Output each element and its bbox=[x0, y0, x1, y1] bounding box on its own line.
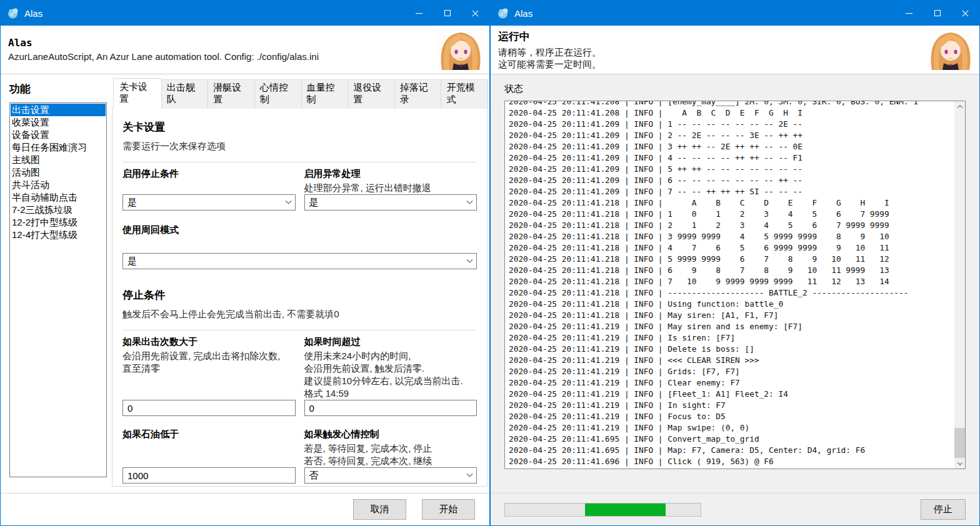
selected-value: 否 bbox=[309, 470, 319, 482]
chevron-down-icon bbox=[467, 197, 473, 204]
log-line: 2020-04-25 20:11:41.695 | INFO | Convert… bbox=[509, 434, 954, 445]
sidebar-item[interactable]: 收菜设置 bbox=[11, 116, 106, 129]
cancel-button[interactable]: 取消 bbox=[353, 499, 406, 520]
config-window: Alas Alas AzurLaneAutoScript, An Azur La… bbox=[0, 0, 490, 526]
sidebar-item[interactable]: 共斗活动 bbox=[11, 179, 106, 191]
start-button[interactable]: 开始 bbox=[422, 499, 475, 520]
log-line: 2020-04-25 20:11:41.218 | INFO | 2 1 2 3… bbox=[509, 220, 954, 231]
log-output[interactable]: 2020-04-25 20:11:41.208 | INFO | [enemy_… bbox=[504, 101, 966, 469]
if-emotion-select[interactable]: 否 bbox=[304, 467, 478, 484]
sidebar-item[interactable]: 出击设置 bbox=[11, 104, 106, 116]
log-line: 2020-04-25 20:11:41.218 | INFO | A B C D… bbox=[509, 197, 954, 209]
sidebar-item[interactable]: 半自动辅助点击 bbox=[11, 191, 106, 204]
tab[interactable]: 血量控制 bbox=[301, 79, 349, 109]
status-label: 状态 bbox=[504, 83, 966, 95]
field-desc: 处理部分异常, 运行出错时撤退 bbox=[304, 182, 478, 194]
sidebar-item[interactable]: 12-2打中型练级 bbox=[11, 216, 106, 229]
chevron-down-icon bbox=[285, 197, 291, 204]
tab[interactable]: 关卡设置 bbox=[113, 78, 162, 109]
close-icon bbox=[961, 9, 969, 17]
close-button[interactable] bbox=[951, 1, 979, 26]
field-label: 使用周回模式 bbox=[122, 224, 477, 238]
status-panel: 状态 2020-04-25 20:11:41.208 | INFO | [ene… bbox=[491, 74, 979, 493]
log-line: 2020-04-25 20:11:41.695 | INFO | Map: F7… bbox=[509, 445, 954, 456]
minimize-button[interactable] bbox=[405, 1, 433, 26]
sidebar-title: 功能 bbox=[9, 82, 107, 96]
scroll-down-button[interactable] bbox=[954, 458, 965, 469]
field-enable-exception: 启用异常处理 处理部分异常, 运行出错时撤退 是 bbox=[304, 168, 478, 211]
close-button[interactable] bbox=[461, 1, 489, 26]
sidebar-item[interactable]: 活动图 bbox=[11, 166, 106, 179]
tab[interactable]: 出击舰队 bbox=[161, 79, 209, 109]
enable-exception-select[interactable]: 是 bbox=[304, 194, 478, 211]
sidebar: 功能 出击设置 收菜设置 设备设置 每日任务困难演习 主线图 活动图 共斗活动 bbox=[1, 74, 112, 493]
field-label: 启用异常处理 bbox=[304, 168, 478, 182]
scroll-up-button[interactable] bbox=[954, 101, 965, 112]
log-scrollbar[interactable] bbox=[954, 101, 965, 469]
section-heading: 关卡设置 bbox=[122, 120, 477, 134]
divider bbox=[122, 162, 477, 162]
if-count-input[interactable] bbox=[122, 400, 296, 416]
chevron-down-icon bbox=[957, 460, 962, 465]
log-lines: 2020-04-25 20:11:41.208 | INFO | [enemy_… bbox=[509, 101, 954, 467]
minimize-button[interactable] bbox=[895, 1, 923, 26]
action-bar: 取消 开始 bbox=[1, 493, 489, 525]
field-desc: 使用未来24小时内的时间, 会沿用先前设置, 触发后清零. 建议提前10分钟左右… bbox=[304, 350, 478, 400]
tab[interactable]: 潜艇设置 bbox=[208, 79, 255, 109]
run-status-title: 运行中 bbox=[498, 29, 928, 44]
scrollbar-thumb[interactable] bbox=[954, 428, 965, 458]
sidebar-item[interactable]: 每日任务困难演习 bbox=[11, 141, 106, 154]
field-if-emotion: 如果触发心情控制 若是, 等待回复, 完成本次, 停止 若否, 等待回复, 完成… bbox=[304, 429, 478, 484]
log-line: 2020-04-25 20:11:41.218 | INFO | 6 9 8 7… bbox=[509, 265, 954, 276]
tab[interactable]: 开荒模式 bbox=[441, 79, 488, 109]
app-subtitle: AzurLaneAutoScript, An Azur Lane automat… bbox=[8, 51, 438, 62]
maximize-button[interactable] bbox=[433, 1, 461, 26]
window-title: Alas bbox=[514, 8, 532, 19]
log-line: 2020-04-25 20:11:41.209 | INFO | 1 -- --… bbox=[509, 119, 954, 130]
titlebar: Alas bbox=[491, 1, 979, 26]
stop-button[interactable]: 停止 bbox=[921, 499, 966, 520]
tab[interactable]: 心情控制 bbox=[254, 79, 302, 109]
run-header: 运行中 请稍等，程序正在运行。 这可能将需要一定时间。 bbox=[491, 26, 979, 74]
sidebar-item[interactable]: 设备设置 bbox=[11, 129, 106, 141]
tab[interactable]: 掉落记录 bbox=[394, 79, 442, 109]
minimize-icon bbox=[906, 13, 912, 14]
maximize-icon bbox=[444, 10, 451, 16]
enable-stop-select[interactable]: 是 bbox=[122, 194, 296, 211]
cycle-mode-select[interactable]: 是 bbox=[122, 253, 477, 269]
log-line: 2020-04-25 20:11:41.209 | INFO | 5 ++ ++… bbox=[509, 164, 954, 175]
if-oil-input[interactable] bbox=[122, 467, 296, 484]
field-label: 如果石油低于 bbox=[122, 429, 296, 442]
sidebar-item[interactable]: 12-4打大型练级 bbox=[11, 229, 106, 241]
app-header: Alas AzurLaneAutoScript, An Azur Lane au… bbox=[1, 26, 489, 74]
function-listbox[interactable]: 出击设置 收菜设置 设备设置 每日任务困难演习 主线图 活动图 共斗活动 半自动… bbox=[9, 102, 107, 477]
field-label: 启用停止条件 bbox=[122, 168, 296, 182]
log-line: 2020-04-25 20:11:41.219 | INFO | Delete … bbox=[509, 344, 954, 355]
field-label: 如果出击次数大于 bbox=[122, 336, 296, 350]
field-if-time: 如果时间超过 使用未来24小时内的时间, 会沿用先前设置, 触发后清零. 建议提… bbox=[304, 336, 478, 416]
log-line: 2020-04-25 20:11:41.218 | INFO | Using f… bbox=[509, 299, 954, 310]
chevron-down-icon bbox=[467, 256, 473, 262]
log-line: 2020-04-25 20:11:41.218 | INFO | 4 7 6 5… bbox=[509, 242, 954, 254]
sidebar-item[interactable]: 7-2三战拣垃圾 bbox=[11, 204, 106, 216]
log-line: 2020-04-25 20:11:41.218 | INFO | 3 9999 … bbox=[509, 231, 954, 242]
if-time-input[interactable] bbox=[304, 400, 478, 416]
sidebar-item[interactable]: 主线图 bbox=[11, 154, 106, 166]
log-line: 2020-04-25 20:11:41.219 | INFO | <<< CLE… bbox=[509, 355, 954, 366]
chevron-down-icon bbox=[467, 470, 473, 477]
log-line: 2020-04-25 20:11:41.219 | INFO | May sir… bbox=[509, 321, 954, 332]
maximize-button[interactable] bbox=[923, 1, 951, 26]
minimize-icon bbox=[416, 13, 422, 14]
field-if-oil: 如果石油低于 bbox=[122, 429, 296, 484]
field-if-count: 如果出击次数大于 会沿用先前设置, 完成出击将扣除次数, 直至清零 bbox=[122, 336, 296, 416]
tab[interactable]: 退役设置 bbox=[348, 79, 395, 109]
log-line: 2020-04-25 20:11:41.219 | INFO | Map swi… bbox=[509, 422, 954, 434]
log-line: 2020-04-25 20:11:41.219 | INFO | Grids: … bbox=[509, 366, 954, 377]
tab-bar: 关卡设置 出击舰队 潜艇设置 心情控制 血量控制 退役设置 掉落记录 开荒模式 bbox=[112, 78, 488, 109]
field-label: 如果触发心情控制 bbox=[304, 429, 478, 442]
avatar bbox=[438, 30, 483, 70]
app-title: Alas bbox=[8, 37, 438, 49]
divider bbox=[122, 330, 477, 330]
progress-bar bbox=[504, 503, 701, 517]
progress-chunk bbox=[585, 504, 665, 516]
